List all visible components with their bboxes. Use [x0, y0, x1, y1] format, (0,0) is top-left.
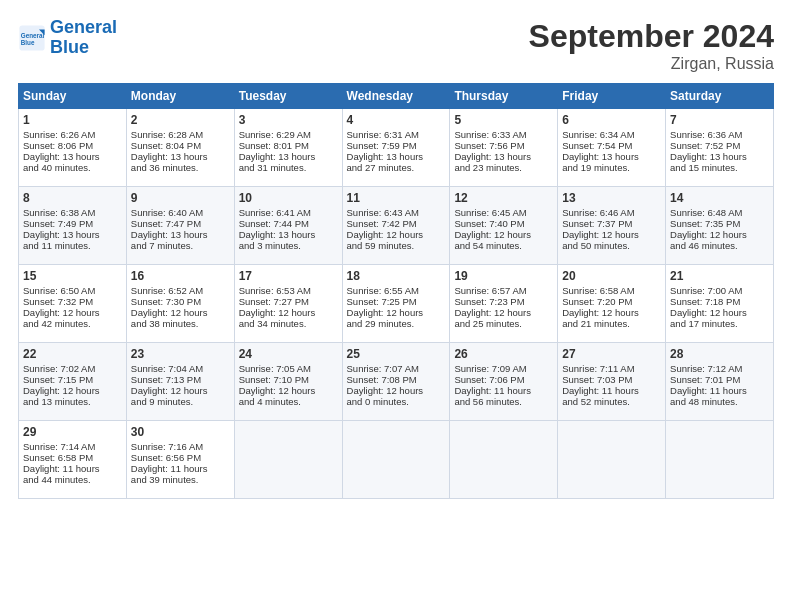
cell-info-line: Sunrise: 7:04 AM	[131, 363, 230, 374]
day-number: 23	[131, 347, 230, 361]
calendar-cell: 21Sunrise: 7:00 AMSunset: 7:18 PMDayligh…	[666, 265, 774, 343]
cell-info-line: Sunset: 7:30 PM	[131, 296, 230, 307]
svg-text:General: General	[21, 32, 45, 39]
calendar-cell: 27Sunrise: 7:11 AMSunset: 7:03 PMDayligh…	[558, 343, 666, 421]
calendar-table: SundayMondayTuesdayWednesdayThursdayFrid…	[18, 83, 774, 499]
cell-info-line: and 44 minutes.	[23, 474, 122, 485]
day-number: 29	[23, 425, 122, 439]
day-number: 2	[131, 113, 230, 127]
cell-info-line: Sunset: 7:18 PM	[670, 296, 769, 307]
cell-info-line: Daylight: 11 hours	[454, 385, 553, 396]
day-number: 27	[562, 347, 661, 361]
day-number: 15	[23, 269, 122, 283]
day-number: 28	[670, 347, 769, 361]
cell-info-line: Sunrise: 6:53 AM	[239, 285, 338, 296]
cell-info-line: Daylight: 12 hours	[670, 307, 769, 318]
weekday-header: Monday	[126, 84, 234, 109]
cell-info-line: Sunset: 7:01 PM	[670, 374, 769, 385]
cell-info-line: and 0 minutes.	[347, 396, 446, 407]
cell-info-line: Sunset: 7:08 PM	[347, 374, 446, 385]
cell-info-line: Daylight: 11 hours	[23, 463, 122, 474]
cell-info-line: Sunrise: 7:05 AM	[239, 363, 338, 374]
logo: General Blue GeneralBlue	[18, 18, 117, 58]
cell-info-line: and 42 minutes.	[23, 318, 122, 329]
cell-info-line: Sunset: 7:10 PM	[239, 374, 338, 385]
calendar-week-row: 29Sunrise: 7:14 AMSunset: 6:58 PMDayligh…	[19, 421, 774, 499]
calendar-cell: 8Sunrise: 6:38 AMSunset: 7:49 PMDaylight…	[19, 187, 127, 265]
cell-info-line: Sunrise: 6:31 AM	[347, 129, 446, 140]
cell-info-line: Sunrise: 6:36 AM	[670, 129, 769, 140]
cell-info-line: and 4 minutes.	[239, 396, 338, 407]
cell-info-line: Sunset: 7:03 PM	[562, 374, 661, 385]
cell-info-line: Daylight: 13 hours	[239, 229, 338, 240]
cell-info-line: Sunset: 7:42 PM	[347, 218, 446, 229]
cell-info-line: Daylight: 11 hours	[562, 385, 661, 396]
calendar-cell: 26Sunrise: 7:09 AMSunset: 7:06 PMDayligh…	[450, 343, 558, 421]
cell-info-line: Daylight: 11 hours	[670, 385, 769, 396]
cell-info-line: and 29 minutes.	[347, 318, 446, 329]
cell-info-line: and 11 minutes.	[23, 240, 122, 251]
calendar-cell: 6Sunrise: 6:34 AMSunset: 7:54 PMDaylight…	[558, 109, 666, 187]
calendar-cell: 14Sunrise: 6:48 AMSunset: 7:35 PMDayligh…	[666, 187, 774, 265]
cell-info-line: and 25 minutes.	[454, 318, 553, 329]
day-number: 1	[23, 113, 122, 127]
cell-info-line: and 13 minutes.	[23, 396, 122, 407]
cell-info-line: Sunrise: 7:09 AM	[454, 363, 553, 374]
cell-info-line: Daylight: 12 hours	[23, 385, 122, 396]
cell-info-line: Sunset: 6:56 PM	[131, 452, 230, 463]
calendar-cell: 1Sunrise: 6:26 AMSunset: 8:06 PMDaylight…	[19, 109, 127, 187]
calendar-week-row: 1Sunrise: 6:26 AMSunset: 8:06 PMDaylight…	[19, 109, 774, 187]
cell-info-line: Sunrise: 6:34 AM	[562, 129, 661, 140]
calendar-cell: 28Sunrise: 7:12 AMSunset: 7:01 PMDayligh…	[666, 343, 774, 421]
cell-info-line: Daylight: 13 hours	[131, 229, 230, 240]
calendar-cell	[558, 421, 666, 499]
cell-info-line: Sunrise: 7:12 AM	[670, 363, 769, 374]
cell-info-line: Sunset: 7:40 PM	[454, 218, 553, 229]
cell-info-line: Daylight: 11 hours	[131, 463, 230, 474]
calendar-cell: 25Sunrise: 7:07 AMSunset: 7:08 PMDayligh…	[342, 343, 450, 421]
cell-info-line: Sunrise: 7:02 AM	[23, 363, 122, 374]
weekday-header-row: SundayMondayTuesdayWednesdayThursdayFrid…	[19, 84, 774, 109]
cell-info-line: and 56 minutes.	[454, 396, 553, 407]
calendar-cell: 23Sunrise: 7:04 AMSunset: 7:13 PMDayligh…	[126, 343, 234, 421]
cell-info-line: Sunrise: 6:55 AM	[347, 285, 446, 296]
weekday-header: Tuesday	[234, 84, 342, 109]
cell-info-line: Sunrise: 6:40 AM	[131, 207, 230, 218]
calendar-cell: 2Sunrise: 6:28 AMSunset: 8:04 PMDaylight…	[126, 109, 234, 187]
calendar-cell: 16Sunrise: 6:52 AMSunset: 7:30 PMDayligh…	[126, 265, 234, 343]
cell-info-line: and 23 minutes.	[454, 162, 553, 173]
cell-info-line: Sunset: 6:58 PM	[23, 452, 122, 463]
day-number: 19	[454, 269, 553, 283]
day-number: 26	[454, 347, 553, 361]
day-number: 3	[239, 113, 338, 127]
cell-info-line: Sunset: 7:44 PM	[239, 218, 338, 229]
day-number: 11	[347, 191, 446, 205]
cell-info-line: and 7 minutes.	[131, 240, 230, 251]
calendar-week-row: 15Sunrise: 6:50 AMSunset: 7:32 PMDayligh…	[19, 265, 774, 343]
cell-info-line: Daylight: 12 hours	[347, 307, 446, 318]
calendar-cell	[450, 421, 558, 499]
cell-info-line: and 9 minutes.	[131, 396, 230, 407]
day-number: 4	[347, 113, 446, 127]
cell-info-line: Daylight: 12 hours	[562, 229, 661, 240]
cell-info-line: Daylight: 12 hours	[239, 307, 338, 318]
cell-info-line: and 31 minutes.	[239, 162, 338, 173]
cell-info-line: and 27 minutes.	[347, 162, 446, 173]
cell-info-line: and 52 minutes.	[562, 396, 661, 407]
cell-info-line: and 46 minutes.	[670, 240, 769, 251]
cell-info-line: Daylight: 12 hours	[670, 229, 769, 240]
cell-info-line: Daylight: 12 hours	[347, 229, 446, 240]
calendar-cell: 15Sunrise: 6:50 AMSunset: 7:32 PMDayligh…	[19, 265, 127, 343]
cell-info-line: Sunrise: 7:00 AM	[670, 285, 769, 296]
day-number: 17	[239, 269, 338, 283]
cell-info-line: Sunset: 7:37 PM	[562, 218, 661, 229]
cell-info-line: Sunset: 8:01 PM	[239, 140, 338, 151]
cell-info-line: Daylight: 13 hours	[23, 151, 122, 162]
cell-info-line: Daylight: 12 hours	[347, 385, 446, 396]
calendar-cell: 5Sunrise: 6:33 AMSunset: 7:56 PMDaylight…	[450, 109, 558, 187]
cell-info-line: Sunrise: 6:50 AM	[23, 285, 122, 296]
cell-info-line: and 21 minutes.	[562, 318, 661, 329]
month-title: September 2024	[529, 18, 774, 55]
cell-info-line: Sunrise: 7:14 AM	[23, 441, 122, 452]
cell-info-line: Sunrise: 7:11 AM	[562, 363, 661, 374]
